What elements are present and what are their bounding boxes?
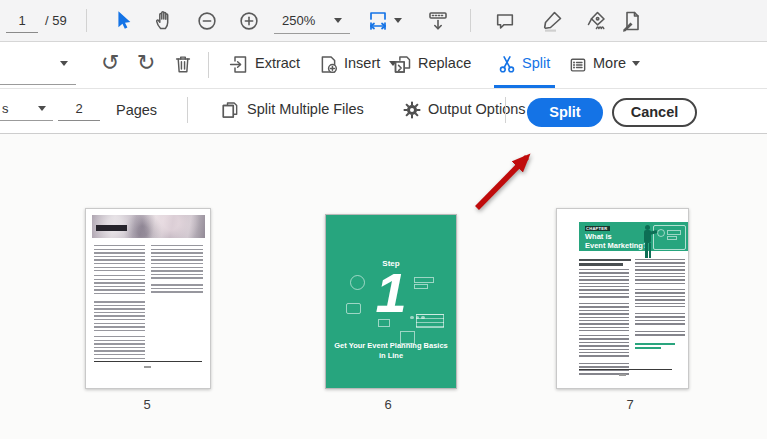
select-tool-icon[interactable]	[112, 9, 134, 31]
insert-icon	[318, 54, 339, 75]
acrobat-organize-pages-window: / 59 250%	[0, 0, 767, 439]
page-thumbnail-6[interactable]: Step 1 Get Your Event Planning Basics in…	[325, 214, 457, 389]
replace-icon	[392, 54, 413, 75]
divider	[505, 97, 506, 123]
multiple-files-icon	[220, 100, 240, 120]
page6-caption: Get Your Event Planning Basics in Line	[326, 341, 456, 361]
hand-tool-icon[interactable]	[152, 8, 176, 32]
organize-pages-toolbar: ↺ ↻ Extract	[0, 42, 767, 89]
page-number-input[interactable]	[6, 8, 38, 33]
divider	[187, 97, 188, 123]
extract-icon	[228, 54, 249, 75]
sign-pen-icon[interactable]	[584, 9, 608, 33]
page-count-label: / 59	[45, 13, 67, 28]
page-range-select[interactable]	[0, 83, 76, 85]
more-label: More	[593, 55, 626, 71]
split-tool-label: Split	[522, 55, 550, 71]
divider	[470, 9, 471, 32]
page6-caption-line1: Get Your Event Planning Basics	[326, 341, 456, 351]
page7-title-line2: Event Marketing?	[585, 242, 648, 251]
page7-text-column-left	[579, 269, 629, 377]
fit-width-icon[interactable]	[366, 9, 390, 33]
page6-caption-line2: in Line	[326, 351, 456, 361]
page5-text-column-left	[94, 245, 145, 361]
page5-banner-caption	[96, 225, 127, 231]
page-thumbnail-5[interactable]	[85, 208, 211, 389]
cancel-button[interactable]: Cancel	[612, 98, 697, 127]
highlighter-icon[interactable]	[540, 9, 564, 33]
pie-chart-doodle-icon	[350, 275, 365, 290]
delete-pages-icon[interactable]	[172, 53, 194, 75]
fill-and-sign-icon[interactable]	[620, 9, 644, 33]
output-options-label: Output Options	[428, 101, 526, 117]
split-by-select-value: s	[2, 101, 9, 116]
page-thumbnail-7[interactable]: CHAPTER 1 What is Event Marketing?	[556, 208, 689, 389]
page7-text-column-right	[635, 259, 685, 349]
table-doodle-icon	[416, 314, 444, 328]
viewer-toolbar: / 59 250%	[0, 0, 767, 42]
zoom-level-value: 250%	[282, 13, 315, 28]
page5-footer-rule	[94, 361, 202, 362]
chevron-down-icon[interactable]	[394, 18, 402, 23]
rotate-right-icon[interactable]: ↻	[137, 52, 155, 74]
chevron-down-icon	[38, 106, 46, 111]
zoom-out-icon[interactable]	[196, 10, 218, 32]
thumbnail-label-5[interactable]: 5	[127, 397, 167, 412]
person-doodle-leg	[649, 243, 652, 258]
more-list-icon	[568, 55, 588, 75]
zoom-in-icon[interactable]	[238, 10, 260, 32]
text-bar-doodle-icon	[414, 284, 428, 289]
speech-bubble-doodle-icon	[346, 303, 361, 314]
pages-label: Pages	[116, 102, 157, 118]
page5-text-column-right	[151, 245, 203, 295]
extract-label: Extract	[255, 55, 300, 71]
divider	[86, 9, 87, 32]
page7-title: What is Event Marketing?	[585, 233, 648, 250]
chevron-down-icon	[632, 61, 640, 66]
chevron-down-icon	[334, 18, 342, 23]
divider	[208, 52, 209, 78]
split-active-underline	[494, 85, 555, 88]
person-doodle-leg	[645, 243, 648, 258]
zoom-level-combobox[interactable]: 250%	[274, 8, 350, 34]
insert-label: Insert	[344, 55, 380, 71]
tag-doodle-icon	[378, 319, 390, 327]
page7-intro-bold	[579, 259, 631, 266]
thumbnail-label-6[interactable]: 6	[368, 397, 408, 412]
page7-folio	[619, 374, 626, 376]
split-confirm-button[interactable]: Split	[527, 98, 603, 127]
chevron-down-icon[interactable]	[60, 61, 68, 66]
page7-chapter-chip: CHAPTER 1	[585, 226, 610, 231]
split-multiple-files-label: Split Multiple Files	[247, 101, 364, 117]
thumbnail-label-7[interactable]: 7	[610, 397, 650, 412]
whiteboard-doodle-icon	[653, 225, 686, 250]
page-scrolling-icon[interactable]	[426, 9, 450, 33]
comment-icon[interactable]	[494, 10, 516, 32]
red-annotation-arrow	[452, 133, 562, 228]
split-by-select[interactable]: s	[0, 95, 53, 121]
pages-count-input[interactable]	[58, 96, 100, 121]
rotate-left-icon[interactable]: ↺	[101, 52, 119, 74]
split-options-bar: s Pages Split Multiple Files	[0, 89, 767, 134]
page7-chapter-band: CHAPTER 1 What is Event Marketing?	[579, 222, 688, 251]
scissors-icon	[497, 54, 517, 74]
replace-label: Replace	[418, 55, 471, 71]
gear-icon	[402, 100, 422, 120]
page7-footer-rule	[579, 369, 672, 370]
page5-folio	[144, 366, 151, 368]
text-bar-doodle-icon	[414, 277, 434, 283]
